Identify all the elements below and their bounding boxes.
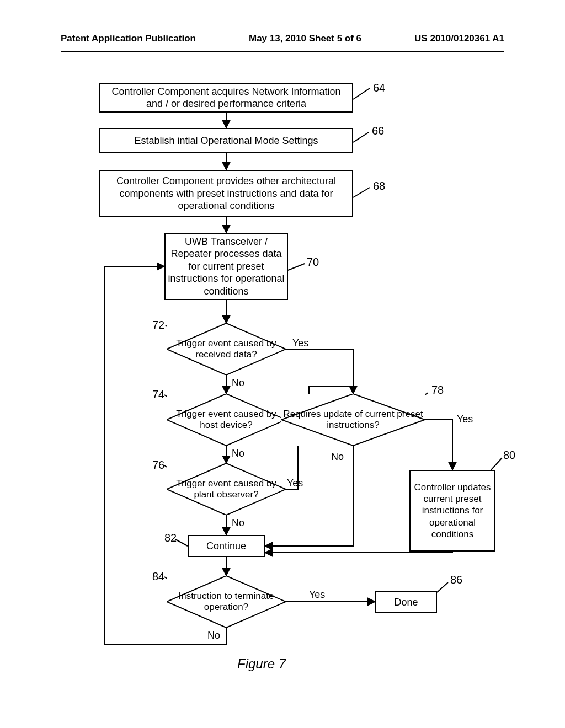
step-text: Establish intial Operational Mode Settin… xyxy=(134,135,318,147)
ref-86: 86 xyxy=(450,574,462,586)
edge-yes: Yes xyxy=(292,338,308,349)
edge-yes: Yes xyxy=(457,414,473,425)
step-controller-updates: Controller updates current preset instru… xyxy=(409,470,495,552)
decision-requires-update: Requires update of current preset instru… xyxy=(281,394,425,446)
edge-yes: Yes xyxy=(309,589,325,601)
edge-no: No xyxy=(232,517,244,529)
edge-no: No xyxy=(232,377,244,389)
svg-marker-23 xyxy=(167,323,286,375)
ref-70: 70 xyxy=(307,256,319,269)
decision-trigger-host-device: Trigger event caused by host device? xyxy=(167,394,286,446)
step-text: UWB Transceiver / Repeater processes dat… xyxy=(168,235,285,298)
decision-trigger-plant-observer: Trigger event caused by plant observer? xyxy=(167,463,286,515)
svg-line-19 xyxy=(491,458,502,470)
figure-caption: Figure 7 xyxy=(237,656,286,672)
edge-yes: Yes xyxy=(287,478,303,489)
step-text: Done xyxy=(394,596,418,609)
edge-no: No xyxy=(232,448,244,459)
ref-64: 64 xyxy=(373,82,385,94)
svg-line-20 xyxy=(175,539,188,546)
ref-78: 78 xyxy=(431,384,444,397)
step-text: Controller Component acquires Network In… xyxy=(103,85,350,110)
ref-82: 82 xyxy=(164,532,177,544)
svg-line-13 xyxy=(353,188,370,197)
ref-76: 76 xyxy=(152,459,164,472)
step-acquire-info: Controller Component acquires Network In… xyxy=(99,83,353,113)
svg-marker-27 xyxy=(167,576,286,628)
header-left: Patent Application Publication xyxy=(61,33,196,49)
ref-80: 80 xyxy=(503,449,515,462)
edge-no: No xyxy=(331,451,344,463)
step-text: Continue xyxy=(206,540,246,553)
svg-line-12 xyxy=(353,132,369,142)
header-right: US 2010/0120361 A1 xyxy=(414,33,504,49)
svg-line-14 xyxy=(288,264,305,270)
step-text: Controller updates current preset instru… xyxy=(413,481,492,540)
step-uwb-transceiver: UWB Transceiver / Repeater processes dat… xyxy=(164,233,288,300)
step-establish-initial: Establish intial Operational Mode Settin… xyxy=(99,128,353,153)
svg-marker-24 xyxy=(167,394,286,446)
svg-line-22 xyxy=(437,582,448,592)
step-provide-instructions: Controller Component provides other arch… xyxy=(99,170,353,217)
decision-terminate-operation: Instruction to terminate operation? xyxy=(167,576,286,628)
ref-84: 84 xyxy=(152,570,164,583)
svg-line-11 xyxy=(353,88,370,99)
ref-74: 74 xyxy=(152,388,164,401)
page-header: Patent Application Publication May 13, 2… xyxy=(61,33,504,52)
ref-72: 72 xyxy=(152,319,164,331)
svg-marker-25 xyxy=(167,463,286,515)
ref-66: 66 xyxy=(372,125,384,137)
header-center: May 13, 2010 Sheet 5 of 6 xyxy=(249,33,361,49)
step-continue: Continue xyxy=(188,535,265,557)
step-text: Controller Component provides other arch… xyxy=(103,175,350,212)
step-done: Done xyxy=(375,591,437,613)
edge-no: No xyxy=(207,630,220,641)
ref-68: 68 xyxy=(373,180,385,192)
svg-marker-26 xyxy=(281,394,425,446)
decision-trigger-received-data: Trigger event caused by received data? xyxy=(167,323,286,375)
